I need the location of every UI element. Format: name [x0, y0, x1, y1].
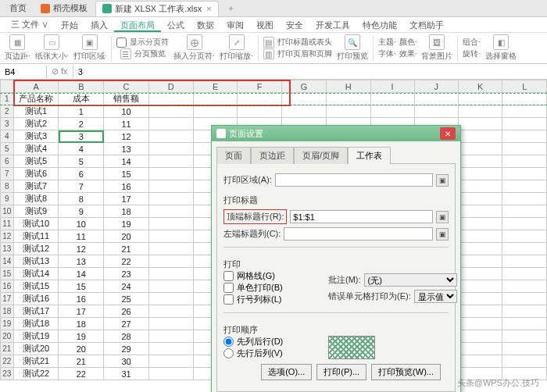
cell[interactable]: 17 [59, 305, 104, 318]
menu-开始[interactable]: 开始 [55, 17, 84, 32]
cell[interactable]: 30 [104, 355, 149, 368]
ribbon-print-titles[interactable]: ▤打印标题或表头 ▥打印页眉和页脚 [263, 37, 332, 59]
cell[interactable]: 测试2 [13, 118, 59, 130]
row-header[interactable]: 13 [1, 243, 14, 255]
cell[interactable]: 17 [104, 193, 149, 205]
show-pagebreak-checkbox[interactable] [116, 37, 127, 48]
cell[interactable]: 5 [59, 155, 104, 168]
col-header[interactable]: F [238, 80, 282, 93]
cell[interactable]: 14 [59, 268, 104, 280]
name-box[interactable]: B4 [0, 66, 47, 78]
dialog-tab[interactable]: 页面 [216, 147, 251, 164]
row-header[interactable]: 17 [1, 293, 14, 305]
menu-file[interactable]: 三 文件 ∨ [5, 17, 55, 32]
cell[interactable]: 15 [104, 168, 149, 180]
menu-文档助手[interactable]: 文档助手 [403, 17, 450, 32]
cell[interactable]: 20 [59, 343, 104, 355]
cell[interactable]: 测试7 [13, 180, 59, 193]
ribbon-print-area[interactable]: ▣打印区域· [73, 34, 107, 62]
row-header[interactable]: 12 [1, 230, 14, 243]
preview-button[interactable]: 打印预览(W)... [371, 364, 441, 380]
cell[interactable]: 测试14 [13, 268, 59, 280]
formula-input[interactable]: 3 [73, 66, 547, 78]
top-row-input[interactable] [290, 210, 433, 223]
range-picker-icon[interactable]: ▣ [436, 211, 449, 223]
errors-select[interactable]: 显示值 [414, 290, 457, 303]
cell[interactable]: 8 [59, 193, 104, 205]
ribbon-theme[interactable]: 主题·颜色· 字体·效果· [378, 37, 417, 59]
cell[interactable]: 测试8 [13, 193, 59, 205]
row-header[interactable]: 14 [1, 255, 14, 268]
row-header[interactable]: 16 [1, 280, 14, 293]
row-header[interactable]: 19 [1, 318, 14, 330]
cell[interactable]: 6 [59, 168, 104, 180]
row-header[interactable]: 9 [1, 193, 14, 205]
ribbon-print-scale[interactable]: ⤢打印缩放· [220, 34, 253, 62]
cell[interactable]: 12 [59, 243, 104, 255]
menu-安全[interactable]: 安全 [280, 17, 309, 32]
row-header[interactable]: 7 [1, 168, 14, 180]
menu-特色功能[interactable]: 特色功能 [356, 17, 403, 32]
range-picker-icon[interactable]: ▣ [436, 228, 449, 241]
cell[interactable]: 28 [104, 330, 149, 343]
tab-template[interactable]: 稻壳模板 [34, 1, 94, 16]
cell[interactable]: 测试20 [13, 343, 59, 355]
cell[interactable]: 产品名称 [13, 93, 59, 105]
cell[interactable]: 11 [59, 230, 104, 243]
dialog-tab[interactable]: 工作表 [348, 147, 391, 164]
cell[interactable]: 22 [59, 368, 104, 380]
col-header[interactable]: L [502, 80, 547, 93]
cell[interactable]: 26 [104, 305, 149, 318]
row-header[interactable]: 3 [1, 118, 14, 130]
ribbon-margins[interactable]: ▦页边距· [5, 34, 30, 62]
cell[interactable]: 测试5 [13, 155, 59, 168]
menu-数据[interactable]: 数据 [191, 17, 220, 32]
cb-gridlines[interactable]: 网格线(G) [223, 270, 309, 282]
row-header[interactable]: 4 [1, 130, 14, 143]
dialog-tab[interactable]: 页边距 [251, 147, 294, 164]
cell[interactable]: 2 [59, 118, 104, 130]
cell[interactable]: 3 [59, 130, 104, 143]
radio-down[interactable]: 先列后行(D) [223, 336, 309, 347]
row-header[interactable]: 22 [1, 355, 14, 368]
col-header[interactable]: B [59, 80, 104, 93]
cell[interactable]: 9 [59, 205, 104, 218]
cell[interactable]: 18 [59, 318, 104, 330]
ribbon-insert-break[interactable]: ⨁插入分页符· [173, 34, 215, 62]
cell[interactable]: 19 [104, 218, 149, 230]
col-header[interactable]: K [458, 80, 502, 93]
col-header[interactable]: J [414, 80, 458, 93]
cell[interactable]: 测试12 [13, 243, 59, 255]
ribbon-print-preview[interactable]: 🔍打印预览 [337, 34, 368, 62]
col-header[interactable]: A [13, 80, 59, 93]
cell[interactable]: 测试1 [13, 105, 59, 118]
cell[interactable]: 10 [104, 105, 149, 118]
cell[interactable]: 12 [104, 130, 149, 143]
dialog-close-button[interactable]: ✕ [440, 127, 456, 140]
cell[interactable]: 23 [104, 268, 149, 280]
cell[interactable]: 测试19 [13, 330, 59, 343]
col-header[interactable]: I [370, 80, 414, 93]
cell[interactable]: 7 [59, 180, 104, 193]
close-icon[interactable]: × [206, 4, 211, 13]
menu-插入[interactable]: 插入 [84, 17, 114, 32]
cell[interactable]: 16 [104, 180, 149, 193]
cell[interactable]: 测试17 [13, 305, 59, 318]
cell[interactable]: 25 [104, 293, 149, 305]
tab-home[interactable]: 首页 [3, 1, 33, 16]
cell[interactable]: 测试18 [13, 318, 59, 330]
cell[interactable]: 22 [104, 255, 149, 268]
cb-headers[interactable]: 行号列标(L) [223, 294, 309, 305]
row-header[interactable]: 21 [1, 343, 14, 355]
cell[interactable]: 测试10 [13, 218, 59, 230]
row-header[interactable]: 20 [1, 330, 14, 343]
row-header[interactable]: 10 [1, 205, 14, 218]
cell[interactable]: 10 [59, 218, 104, 230]
cell[interactable]: 测试9 [13, 205, 59, 218]
cell[interactable]: 成本 [59, 93, 104, 105]
row-header[interactable]: 6 [1, 155, 14, 168]
tab-file[interactable]: 新建 XLSX 工作表.xlsx × [95, 1, 219, 16]
range-picker-icon[interactable]: ▣ [436, 174, 449, 187]
cell[interactable]: 13 [104, 143, 149, 155]
ribbon-group[interactable]: 组合· 旋转· [463, 37, 481, 59]
